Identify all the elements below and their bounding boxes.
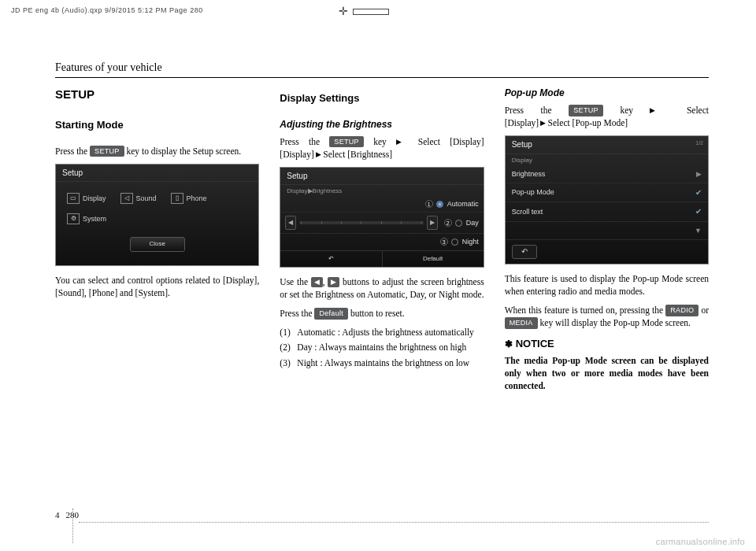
ss-label: Scroll text [512,207,543,216]
text-fragment: Select [Pop-up Mode] [548,118,628,128]
list-num: (3) [280,357,297,370]
notice-body: The media Pop-up Mode screen can be disp… [505,354,709,392]
text-fragment: key to display the Setup screen. [124,146,242,156]
slider-track [299,221,423,224]
left-arrow-icon: ◀ [311,277,323,287]
ss-label: Display [83,194,106,203]
ss-row-brightness: Brightness ▶ [506,165,708,183]
text-line: Press the SETUP key ▶ Select [Display] [280,135,484,148]
list-num: (1) [280,327,297,339]
list-text: Night : Always maintains the brightness … [297,357,469,370]
ss-item-sound: ◁Sound [120,193,157,204]
text-press-brightness: Press the SETUP key ▶ Select [Display] [… [280,135,484,161]
back-icon: ↶ [521,246,528,257]
list-item: (1)Automatic : Adjusts the bright­ness a… [280,327,484,339]
default-key-label: Default [314,308,348,320]
notice-label: NOTICE [516,338,554,349]
list-num: (2) [280,342,297,354]
ss-body: Brightness ▶ Pop-up Mode ✔ Scroll text ✔… [506,165,708,264]
heading-adjusting-brightness: Adjusting the Brightness [280,118,484,131]
ss-label: Automatic [447,199,479,209]
footer-dotline [79,522,709,523]
text-fragment: key [603,105,633,115]
right-arrow-icon: ▶ [328,277,339,287]
check-icon: ✔ [695,187,702,198]
text-fragment: Press the [505,105,569,115]
brightness-mode-list: (1)Automatic : Adjusts the bright­ness a… [280,327,484,370]
phone-icon: ▯ [171,193,183,204]
column-1: SETUP Starting Mode Press the SETUP key … [55,87,259,392]
ss-row-popup: Pop-up Mode ✔ [506,183,708,203]
callout-3-icon: 3 [440,238,448,246]
ss-breadcrumb: Display [506,154,708,165]
crop-mark-icon: ✛ [339,5,348,18]
text-line: [Display] ▶ Select [Pop-up Mode] [505,118,628,128]
radio-off-icon [451,239,458,246]
text-press-default: Press the Default button to reset. [280,307,484,320]
page-footer: 4280 [55,510,709,520]
notice-heading: ✽NOTICE [505,337,709,351]
ss-label: Night [462,237,479,246]
setup-key-label: SETUP [569,105,603,116]
text-fragment: Select [Display] [418,137,484,146]
setup-key-label: SETUP [90,146,124,157]
text-line: Press the SETUP key ▶ Select [505,104,709,116]
screenshot-display-menu: Setup 1/2 Display Brightness ▶ Pop-up Mo… [505,135,709,264]
heading-setup: SETUP [55,87,259,102]
text-fragment: Use the [280,277,310,287]
list-item: (3)Night : Always maintains the brightne… [280,357,484,370]
ss-label: Sound [136,194,157,203]
text-popup-on: When this feature is turned on, pressing… [505,304,709,329]
text-fragment: Select [Brightness] [323,150,392,159]
screenshot-setup-main: Setup ▭Display ◁Sound ▯Phone ⚙System Clo… [55,164,259,266]
ss-title: Setup [280,168,483,186]
slider-left-icon: ◀ [285,216,296,230]
ss-label: System [83,214,106,224]
ss-back-button: ↶ [280,251,382,268]
ss-default-button: Default [383,251,484,268]
heading-popup-mode: Pop-up Mode [505,87,709,99]
text-select-control: You can select and control options relat… [55,274,259,299]
ss-title: Setup [56,165,258,183]
display-icon: ▭ [67,193,80,204]
page-indicator: 1/2 [695,139,703,146]
heading-starting-mode: Starting Mode [55,118,259,132]
system-icon: ⚙ [67,213,80,224]
text-line: [Display] ▶ Select [Brightness] [280,150,392,159]
ss-bottom-bar: ↶ Default [280,250,483,268]
chevron-right-icon: ▶ [696,169,702,179]
ss-item-system: ⚙System [67,213,247,224]
watermark: carmanualsonline.info [656,537,745,546]
page-content: SETUP Starting Mode Press the SETUP key … [55,87,709,392]
text-fragment: key will display the Pop-up Mode screen. [538,318,691,327]
ss-title-text: Setup [512,140,532,149]
color-bar-icon [353,9,389,15]
triangle-icon: ▶ [539,119,548,127]
notice-icon: ✽ [505,338,513,349]
ss-row-scroll-down: ▼ [506,222,708,240]
triangle-icon: ▶ [633,106,687,114]
callout-2-icon: 2 [444,219,452,227]
text-use-buttons: Use the ◀, ▶ buttons to adjust the scree… [280,276,484,301]
check-icon: ✔ [695,206,702,217]
screenshot-brightness: Setup Display▶Brightness 1Automatic ◀ ▶ … [280,167,484,268]
text-fragment: Press the [280,137,329,146]
radio-key-label: RADIO [665,305,699,316]
radio-off-icon [455,220,462,227]
ss-label: Day [466,218,479,227]
ss-row: ⚙System [62,210,252,227]
ss-item-phone: ▯Phone [171,193,207,204]
text-press-setup: Press the SETUP key to display the Setup… [55,145,259,157]
slider-right-icon: ▶ [427,216,438,230]
heading-display-settings: Display Settings [280,91,484,105]
text-fragment: key [364,137,387,146]
ss-title: Setup 1/2 [506,136,708,154]
ss-body: ▭Display ◁Sound ▯Phone ⚙System Close [56,182,258,266]
chapter-number: 4 [55,510,60,520]
ss-option-automatic: 1Automatic [280,196,483,212]
list-item: (2)Day : Always maintains the bright­nes… [280,342,484,354]
section-header: Features of your vehicle [55,61,709,78]
radio-on-icon [436,201,443,208]
ss-row-scroll: Scroll text ✔ [506,202,708,222]
text-press-popup: Press the SETUP key ▶ Select [Display] ▶… [505,104,709,129]
